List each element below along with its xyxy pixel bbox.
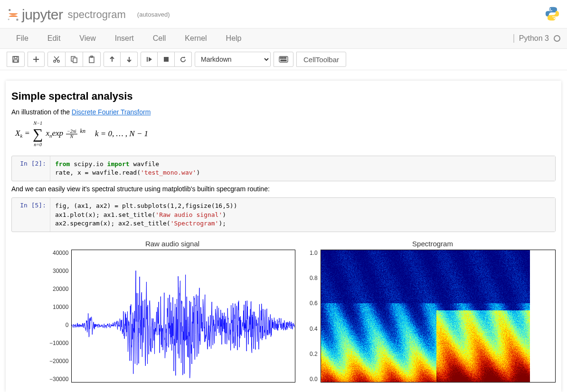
- svg-rect-18: [285, 57, 286, 58]
- copy-button[interactable]: [66, 52, 83, 67]
- toolbar: CodeMarkdownRaw NBConvertHeading CellToo…: [0, 49, 567, 70]
- svg-rect-19: [281, 60, 286, 61]
- md-paragraph: An illustration of the Discrete Fourier …: [11, 108, 556, 116]
- subplot-title: Raw audio signal: [49, 240, 295, 248]
- notebook-name[interactable]: spectrogram: [68, 9, 126, 21]
- dft-link[interactable]: Discrete Fourier Transform: [72, 108, 151, 116]
- autosave-status: (autosaved): [137, 11, 170, 18]
- menu-view[interactable]: View: [70, 30, 105, 47]
- input-prompt: In [2]:: [12, 156, 50, 181]
- output-cell: Raw audio signal 400003000020000100000−1…: [11, 236, 556, 383]
- svg-rect-5: [14, 60, 18, 62]
- kernel-name: Python 3: [519, 34, 549, 43]
- subplot-spectrogram: Spectrogram 1.00.80.60.40.20.0: [310, 240, 556, 383]
- md-heading: Simple spectral analysis: [11, 90, 556, 103]
- svg-rect-15: [280, 57, 281, 58]
- subplot-title: Spectrogram: [310, 240, 556, 248]
- svg-point-2: [8, 19, 9, 20]
- math-equation: Xk = N−1∑n=0 xnexp −2πiN kn k = 0, … , N…: [15, 121, 556, 147]
- markdown-cell[interactable]: And we can easily view it's spectral str…: [11, 185, 556, 193]
- code-cell[interactable]: In [5]: fig, (ax1, ax2) = plt.subplots(1…: [11, 197, 556, 232]
- svg-rect-4: [14, 56, 17, 58]
- svg-rect-13: [164, 57, 169, 62]
- code-input[interactable]: fig, (ax1, ax2) = plt.subplots(1,2,figsi…: [50, 198, 555, 232]
- menu-help[interactable]: Help: [217, 30, 251, 47]
- command-palette-button[interactable]: [274, 52, 293, 67]
- output-prompt: [11, 236, 49, 383]
- svg-rect-10: [89, 57, 94, 63]
- markdown-cell[interactable]: Simple spectral analysis An illustration…: [11, 90, 556, 147]
- y-axis-ticks: 400003000020000100000−10000−20000−30000: [49, 250, 71, 383]
- restart-button[interactable]: [175, 52, 192, 67]
- notebook-container: Simple spectral analysis An illustration…: [6, 81, 561, 392]
- svg-point-1: [16, 19, 18, 20]
- menu-insert[interactable]: Insert: [105, 30, 143, 47]
- code-input[interactable]: from scipy.io import wavfile rate, x = w…: [50, 156, 555, 181]
- svg-rect-12: [147, 57, 148, 62]
- svg-rect-17: [284, 57, 284, 58]
- menubar: File Edit View Insert Cell Kernel Help P…: [0, 28, 567, 49]
- paste-button[interactable]: [83, 52, 101, 67]
- svg-rect-9: [73, 58, 77, 63]
- kernel-logo: [544, 6, 560, 23]
- menu-kernel[interactable]: Kernel: [175, 30, 216, 47]
- save-button[interactable]: [7, 52, 25, 67]
- y-axis-ticks: 1.00.80.60.40.20.0: [310, 250, 321, 383]
- menu-cell[interactable]: Cell: [143, 30, 176, 47]
- jupyter-icon: [7, 8, 20, 21]
- move-down-button[interactable]: [121, 52, 138, 67]
- kernel-idle-icon: [554, 35, 560, 42]
- cut-button[interactable]: [47, 52, 66, 67]
- move-up-button[interactable]: [104, 52, 121, 67]
- input-prompt: In [5]:: [12, 198, 50, 232]
- waveform-plot: [72, 250, 295, 382]
- jupyter-logo[interactable]: jupyter: [7, 7, 63, 23]
- matplotlib-figure: Raw audio signal 400003000020000100000−1…: [49, 236, 556, 383]
- add-cell-button[interactable]: [28, 52, 45, 67]
- celltoolbar-button[interactable]: CellToolbar: [296, 52, 346, 67]
- jupyter-wordmark: jupyter: [22, 7, 63, 23]
- menu-edit[interactable]: Edit: [38, 30, 70, 47]
- menu-file[interactable]: File: [7, 30, 38, 47]
- cell-type-select[interactable]: CodeMarkdownRaw NBConvertHeading: [195, 52, 271, 67]
- svg-rect-16: [282, 57, 283, 58]
- md-paragraph: And we can easily view it's spectral str…: [11, 185, 556, 193]
- run-button[interactable]: [141, 52, 158, 67]
- svg-point-0: [9, 9, 10, 11]
- spectrogram-plot: [321, 250, 530, 383]
- subplot-waveform: Raw audio signal 400003000020000100000−1…: [49, 240, 295, 383]
- code-cell[interactable]: In [2]: from scipy.io import wavfile rat…: [11, 156, 556, 181]
- interrupt-button[interactable]: [158, 52, 175, 67]
